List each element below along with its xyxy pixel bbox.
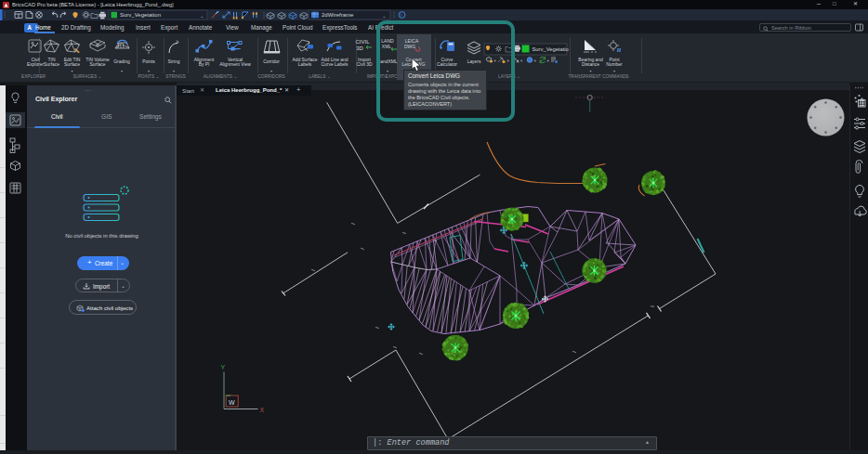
- svg-text:X: X: [260, 407, 265, 413]
- svg-text:Y: Y: [221, 364, 226, 370]
- svg-text:W: W: [229, 399, 235, 406]
